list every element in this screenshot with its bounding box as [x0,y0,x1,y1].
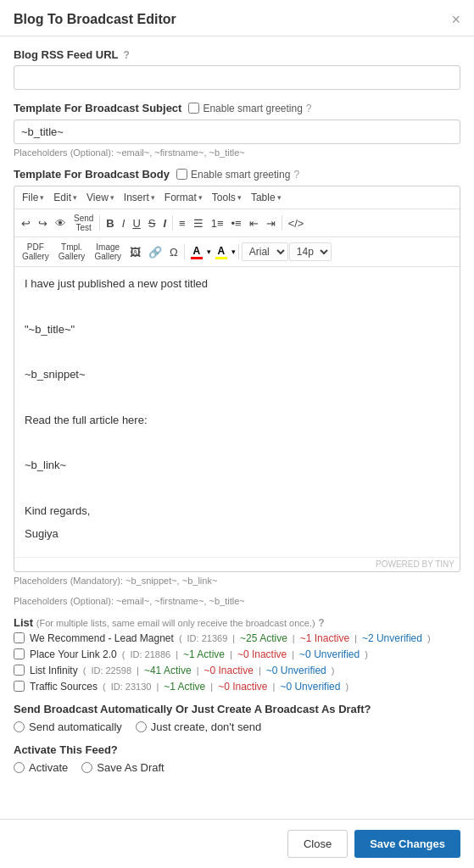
bg-color-bar [215,257,227,259]
font-size-select[interactable]: 14px [289,242,332,261]
subject-smart-greeting-checkbox[interactable] [188,103,199,114]
editor-line-7: Read the full article here: [25,412,449,430]
editor-line-10 [25,480,449,498]
list-checkbox-1[interactable] [14,648,25,659]
editor-line-6 [25,389,449,407]
send-test-btn[interactable]: SendTest [70,212,97,234]
list-inactive-0[interactable]: ~1 Inactive [300,632,349,644]
special-chars-btn[interactable]: Ω [166,244,181,260]
underline-btn[interactable]: U [129,215,143,231]
font-family-select[interactable]: Arial [242,242,288,261]
list-inactive-2[interactable]: ~0 Inactive [204,665,254,676]
modal-container: Blog To Broadcast Editor × Blog RSS Feed… [0,0,474,868]
body-smart-greeting-label: Enable smart greeting ? [176,169,299,181]
subject-input[interactable] [14,120,460,144]
list-inactive-3[interactable]: ~0 Inactive [218,681,267,693]
list-inactive-1[interactable]: ~0 Inactive [237,648,287,660]
modal-body: Blog RSS Feed URL ? Template For Broadca… [0,36,474,847]
table-menu-btn[interactable]: Table ▾ [247,189,286,206]
list-item-3: Traffic Sources ( ID: 23130 | ~1 Active … [14,681,460,693]
indent-right-btn[interactable]: ⇥ [263,215,279,231]
save-draft-radio[interactable] [81,762,92,773]
broadcast-options-title: Send Broadcast Automatically Or Just Cre… [14,703,460,715]
file-menu-btn[interactable]: File ▾ [18,189,48,206]
tmpl-gallery-btn[interactable]: Tmpl.Gallery [54,240,90,264]
modal-close-button[interactable]: × [451,12,460,27]
rss-feed-input[interactable] [14,65,460,90]
list-item-id-0: ( [179,633,182,643]
activate-option: Activate [14,761,68,774]
pdf-gallery-btn[interactable]: PDFGallery [18,240,53,264]
list-unverified-3[interactable]: ~0 Unverified [280,681,340,693]
preview-btn[interactable]: 👁 [52,215,70,231]
editor-line-12: Sugiya [25,526,449,543]
view-menu-btn[interactable]: View ▾ [82,189,119,206]
toolbar-sep-1 [99,215,100,231]
text-color-btn[interactable]: A [187,244,206,260]
bg-color-caret[interactable]: ▾ [231,248,236,256]
list-active-2[interactable]: ~41 Active [144,665,192,676]
editor-content-area[interactable]: I have just published a new post titled … [14,267,460,557]
toolbar-sep-5 [238,244,239,259]
body-optional-hint: Placeholders (Optional): ~email~, ~first… [14,596,460,606]
ordered-list-btn[interactable]: 1≡ [208,215,227,231]
list-active-1[interactable]: ~1 Active [183,648,225,660]
rss-feed-help-icon[interactable]: ? [124,49,130,61]
broadcast-draft-option: Just create, don't send [136,721,261,733]
activate-radio[interactable] [14,762,25,773]
list-item-name-0: We Recommend - Lead Magnet [30,632,174,644]
activate-title: Activate This Feed? [14,743,460,756]
code-btn[interactable]: </> [285,215,308,231]
insert-menu-btn[interactable]: Insert ▾ [120,189,159,206]
image-gallery-btn[interactable]: ImageGallery [90,240,125,264]
bg-color-btn[interactable]: A [212,244,231,260]
list-unverified-0[interactable]: ~2 Unverified [362,632,422,644]
save-changes-button[interactable]: Save Changes [354,830,460,858]
subject-smart-greeting-label: Enable smart greeting ? [188,103,311,114]
list-help-icon[interactable]: ? [318,617,324,629]
list-item-id-text-2: ID: 22598 [91,665,131,676]
strikethrough-btn[interactable]: S [145,215,159,231]
list-checkbox-0[interactable] [14,632,25,643]
bold-btn[interactable]: B [103,215,117,231]
editor-wrapper: File ▾ Edit ▾ View ▾ Insert ▾ Format ▾ [14,186,460,572]
italic-btn[interactable]: I [119,215,129,231]
list-item-2: List Infinity ( ID: 22598 | ~41 Active |… [14,665,460,676]
edit-menu-btn[interactable]: Edit ▾ [49,189,81,206]
activate-radio-row: Activate Save As Draft [14,761,460,774]
list-item-1: Place Your Link 2.0 ( ID: 21886 | ~1 Act… [14,648,460,660]
image-btn[interactable]: 🖼 [126,244,144,260]
text-color-caret[interactable]: ▾ [207,248,211,256]
align-left-btn[interactable]: ≡ [176,215,189,231]
list-unverified-2[interactable]: ~0 Unverified [266,665,326,676]
close-button[interactable]: Close [287,830,348,858]
list-item-name-1: Place Your Link 2.0 [30,648,117,660]
body-smart-greeting-help-icon[interactable]: ? [293,169,299,181]
tools-menu-btn[interactable]: Tools ▾ [208,189,246,206]
broadcast-options-section: Send Broadcast Automatically Or Just Cre… [14,703,460,733]
body-label: Template For Broadcast Body [14,168,170,181]
modal-footer: Close Save Changes [0,819,474,868]
undo-btn[interactable]: ↩ [18,215,34,231]
text-color-bar [191,257,203,259]
redo-btn[interactable]: ↪ [35,215,51,231]
broadcast-auto-radio[interactable] [14,721,25,732]
body-smart-greeting-checkbox[interactable] [176,169,187,180]
editor-format-toolbar: ↩ ↪ 👁 SendTest B I U S I ≡ ☰ 1≡ •≡ ⇤ ⇥ <… [14,209,460,237]
align-center-btn[interactable]: ☰ [190,215,207,231]
list-checkbox-3[interactable] [14,681,25,692]
list-item-name-3: Traffic Sources [30,681,98,693]
link-btn[interactable]: 🔗 [145,244,165,260]
indent-btn[interactable]: I [159,215,170,231]
outdent-btn[interactable]: ⇤ [246,215,262,231]
list-unverified-1[interactable]: ~0 Unverified [299,648,360,660]
broadcast-draft-radio[interactable] [136,721,147,732]
unordered-list-btn[interactable]: •≡ [227,215,244,231]
subject-smart-greeting-help-icon[interactable]: ? [306,103,312,114]
broadcast-options-radio-row: Send automatically Just create, don't se… [14,721,460,733]
list-item-id-text-3: ID: 23130 [111,682,152,692]
list-active-0[interactable]: ~25 Active [240,632,287,644]
list-active-3[interactable]: ~1 Active [164,681,205,693]
format-menu-btn[interactable]: Format ▾ [160,189,207,206]
list-checkbox-2[interactable] [14,665,25,676]
